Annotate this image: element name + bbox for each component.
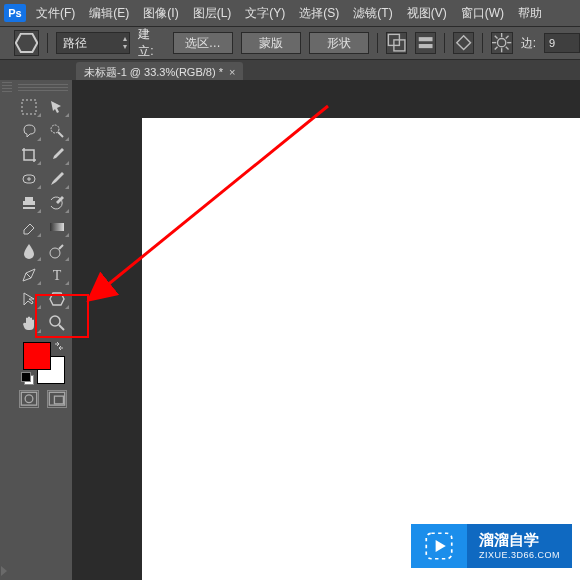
svg-rect-29: [54, 396, 63, 404]
canvas-area[interactable]: [72, 80, 580, 580]
current-tool-icon[interactable]: [14, 30, 39, 56]
path-align-icon[interactable]: [415, 32, 436, 54]
document-tab-title: 未标题-1 @ 33.3%(RGB/8) *: [84, 65, 223, 80]
watermark-subtitle: ZIXUE.3D66.COM: [479, 549, 560, 561]
color-swatches: [21, 340, 65, 384]
marquee-tool[interactable]: [16, 96, 42, 118]
quick-select-tool[interactable]: [44, 120, 70, 142]
svg-marker-0: [16, 34, 37, 52]
watermark-text: 溜溜自学 ZIXUE.3D66.COM: [467, 524, 572, 568]
menu-edit[interactable]: 编辑(E): [89, 5, 129, 22]
gear-icon: [492, 33, 511, 52]
menu-type[interactable]: 文字(Y): [245, 5, 285, 22]
close-icon[interactable]: ×: [229, 66, 235, 78]
path-combine-icon[interactable]: [386, 32, 407, 54]
svg-point-24: [50, 316, 60, 326]
svg-point-27: [25, 395, 33, 403]
tool-settings-icon[interactable]: [491, 32, 512, 54]
svg-line-12: [506, 36, 509, 39]
gradient-tool[interactable]: [44, 216, 70, 238]
healing-brush-tool[interactable]: [16, 168, 42, 190]
hexagon-icon: [15, 33, 38, 53]
menu-file[interactable]: 文件(F): [36, 5, 75, 22]
chevron-updown-icon: ▴▾: [123, 35, 127, 51]
menu-window[interactable]: 窗口(W): [461, 5, 504, 22]
make-shape-button[interactable]: 形状: [309, 32, 369, 54]
svg-rect-14: [22, 100, 36, 114]
move-tool[interactable]: [44, 96, 70, 118]
hexagon-icon: [48, 290, 66, 308]
document-tab[interactable]: 未标题-1 @ 33.3%(RGB/8) * ×: [76, 62, 243, 82]
standard-mode-icon[interactable]: [19, 390, 39, 408]
shape-mode-dropdown[interactable]: 路径 ▴▾: [56, 32, 130, 54]
path-arrange-icon[interactable]: [453, 32, 474, 54]
svg-rect-4: [419, 44, 433, 48]
svg-point-20: [50, 248, 60, 258]
sides-label: 边:: [521, 35, 536, 52]
clone-stamp-tool[interactable]: [16, 192, 42, 214]
menu-layer[interactable]: 图层(L): [193, 5, 232, 22]
blur-tool[interactable]: [16, 240, 42, 262]
menu-view[interactable]: 视图(V): [407, 5, 447, 22]
flyout-icon[interactable]: [1, 566, 7, 576]
sides-input[interactable]: [544, 33, 580, 53]
type-tool[interactable]: T: [44, 264, 70, 286]
eyedropper-tool[interactable]: [44, 144, 70, 166]
foreground-color-swatch[interactable]: [23, 342, 51, 370]
document-tab-bar: 未标题-1 @ 33.3%(RGB/8) * ×: [0, 60, 580, 82]
zoom-tool[interactable]: [44, 312, 70, 334]
shape-mode-value: 路径: [63, 35, 87, 52]
watermark: 溜溜自学 ZIXUE.3D66.COM: [411, 524, 572, 568]
screen-mode-icon[interactable]: [47, 390, 67, 408]
swap-colors-icon[interactable]: [53, 338, 65, 350]
default-colors-icon[interactable]: [21, 372, 33, 384]
options-bar: 路径 ▴▾ 建立: 选区… 蒙版 形状 边:: [0, 26, 580, 60]
polygon-shape-tool[interactable]: [44, 288, 70, 310]
menu-bar: Ps 文件(F) 编辑(E) 图像(I) 图层(L) 文字(Y) 选择(S) 滤…: [0, 0, 580, 26]
separator: [482, 33, 483, 53]
menu-help[interactable]: 帮助: [518, 5, 542, 22]
make-mask-button[interactable]: 蒙版: [241, 32, 301, 54]
history-brush-tool[interactable]: [44, 192, 70, 214]
svg-line-10: [495, 36, 498, 39]
grip-icon[interactable]: [2, 82, 12, 92]
panel-strip: [0, 80, 14, 580]
svg-rect-19: [50, 223, 64, 231]
menu-select[interactable]: 选择(S): [299, 5, 339, 22]
pen-tool[interactable]: [16, 264, 42, 286]
svg-text:T: T: [53, 268, 62, 283]
separator: [377, 33, 378, 53]
hand-tool[interactable]: [16, 312, 42, 334]
watermark-play-icon: [411, 524, 467, 568]
brush-tool[interactable]: [44, 168, 70, 190]
svg-line-21: [59, 245, 63, 249]
eraser-tool[interactable]: [16, 216, 42, 238]
separator: [47, 33, 48, 53]
workspace: T: [0, 80, 580, 580]
svg-line-25: [59, 325, 64, 330]
menu-image[interactable]: 图像(I): [143, 5, 178, 22]
make-label: 建立:: [138, 26, 164, 60]
svg-rect-3: [419, 37, 433, 41]
svg-line-13: [495, 47, 498, 50]
svg-marker-23: [50, 293, 64, 305]
app-logo: Ps: [4, 4, 26, 22]
separator: [444, 33, 445, 53]
svg-point-15: [51, 125, 59, 133]
make-selection-button[interactable]: 选区…: [173, 32, 233, 54]
crop-tool[interactable]: [16, 144, 42, 166]
svg-point-5: [498, 39, 506, 47]
lasso-tool[interactable]: [16, 120, 42, 142]
watermark-title: 溜溜自学: [479, 531, 560, 549]
path-select-tool[interactable]: [16, 288, 42, 310]
svg-line-11: [506, 47, 509, 50]
document-canvas[interactable]: [142, 118, 580, 580]
grip-icon[interactable]: [18, 84, 68, 92]
toolbox: T: [14, 80, 73, 580]
menu-filter[interactable]: 滤镜(T): [353, 5, 392, 22]
dodge-tool[interactable]: [44, 240, 70, 262]
